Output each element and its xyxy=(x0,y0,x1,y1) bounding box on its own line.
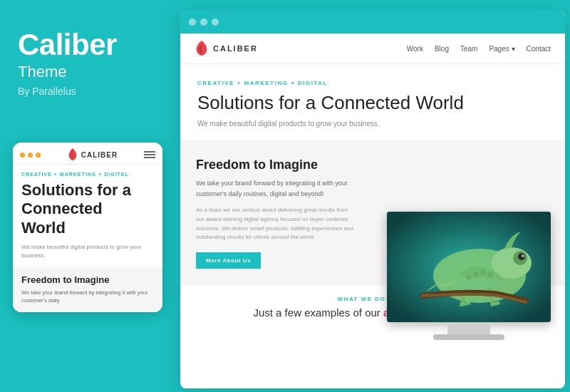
mobile-top-bar: CALIBER xyxy=(13,143,162,165)
more-about-us-button[interactable]: More About Us xyxy=(196,252,261,269)
desktop-logo-leaf-icon xyxy=(195,41,209,56)
monitor-illustration xyxy=(373,212,565,340)
desktop-logo-text: CALIBER xyxy=(213,44,258,53)
desktop-section-text: Freedom to Imagine We take your brand fo… xyxy=(180,140,373,286)
desktop-top-bar xyxy=(180,11,565,33)
mobile-dots xyxy=(20,153,41,158)
svg-point-5 xyxy=(522,254,524,257)
desktop-dot-2 xyxy=(200,19,207,26)
nav-team[interactable]: Team xyxy=(460,45,477,53)
theme-title: Caliber xyxy=(18,29,157,61)
mobile-nav-logo: CALIBER xyxy=(67,148,118,161)
desktop-dot-3 xyxy=(212,19,219,26)
right-panel: CALIBER Work Blog Team Pages ▾ Contact C… xyxy=(180,11,565,388)
monitor-screen xyxy=(387,212,551,322)
theme-by: By Parallelus xyxy=(18,86,157,97)
mobile-section2: Freedom to Imagine We take your brand fo… xyxy=(13,267,162,312)
svg-point-7 xyxy=(473,272,479,277)
mobile-dot-yellow xyxy=(20,153,25,158)
desktop-hero-tag: CREATIVE + MARKETING + DIGITAL xyxy=(197,80,548,86)
nav-blog[interactable]: Blog xyxy=(435,45,449,53)
desktop-nav-links: Work Blog Team Pages ▾ Contact xyxy=(407,45,551,53)
mobile-section2-text: We take your brand forward by integratin… xyxy=(21,289,154,305)
mobile-content: CREATIVE + MARKETING + DIGITAL Solutions… xyxy=(13,165,162,267)
mobile-logo-leaf-icon xyxy=(67,148,78,161)
left-panel: Caliber Theme By Parallelus CALIBER CREA… xyxy=(0,0,175,392)
bottom-pre-text: Just a few examples of our xyxy=(253,306,383,319)
desktop-hero-sub: We make beautiful digital products to gr… xyxy=(197,120,548,128)
desktop-dot-1 xyxy=(189,19,196,26)
monitor-base xyxy=(433,334,504,340)
mobile-tag: CREATIVE + MARKETING + DIGITAL xyxy=(21,172,154,177)
nav-pages[interactable]: Pages ▾ xyxy=(489,45,514,53)
svg-point-6 xyxy=(466,274,472,280)
desktop-logo: CALIBER xyxy=(195,41,258,56)
desktop-section-heading: Freedom to Imagine xyxy=(196,158,357,172)
desktop-section-body: We take your brand forward by integratin… xyxy=(196,178,357,199)
mobile-subtext: We make beautiful digital products to gr… xyxy=(21,243,154,260)
chameleon-svg xyxy=(387,212,551,322)
desktop-section-mid: Freedom to Imagine We take your brand fo… xyxy=(180,140,565,286)
mobile-hamburger-icon[interactable] xyxy=(144,151,155,158)
svg-point-8 xyxy=(480,269,486,275)
svg-point-9 xyxy=(487,272,493,277)
desktop-nav: CALIBER Work Blog Team Pages ▾ Contact xyxy=(180,33,565,64)
mobile-logo-text: CALIBER xyxy=(81,151,118,159)
nav-work[interactable]: Work xyxy=(407,45,423,53)
desktop-hero: CREATIVE + MARKETING + DIGITAL Solutions… xyxy=(180,64,565,140)
mobile-dot-yellow3 xyxy=(36,153,41,158)
mobile-dot-yellow2 xyxy=(28,153,33,158)
theme-subtitle: Theme xyxy=(18,63,157,81)
mobile-mockup: CALIBER CREATIVE + MARKETING + DIGITAL S… xyxy=(13,143,162,312)
desktop-section-body2: As a team we are serious about deliverin… xyxy=(196,206,357,242)
nav-contact[interactable]: Contact xyxy=(527,45,551,53)
mobile-section2-heading: Freedom to Imagine xyxy=(21,274,154,285)
desktop-hero-title: Solutions for a Connected World xyxy=(197,92,548,114)
mobile-heading: Solutions for a Connected World xyxy=(21,181,154,237)
